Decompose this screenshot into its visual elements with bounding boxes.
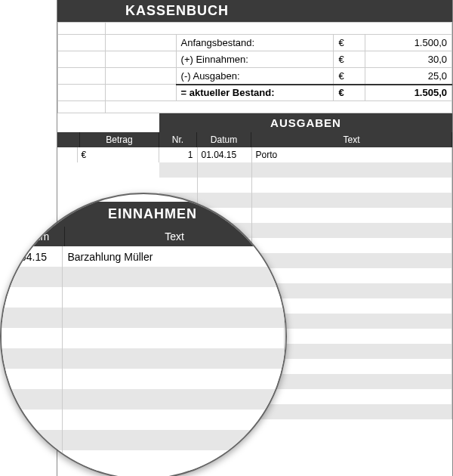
cell-nr[interactable]: 1	[159, 147, 197, 162]
summary-value: 30,0	[365, 51, 452, 68]
cell-text[interactable]: Barzahlung Müller	[62, 246, 285, 267]
ausgaben-left-grid: €	[57, 147, 159, 162]
col-datum: Datum	[197, 132, 251, 147]
summary-table: Anfangsbestand: € 1.500,0 (+) Einnahmen:…	[57, 22, 452, 113]
summary-label: = aktueller Bestand:	[176, 85, 334, 101]
summary-value: 1.505,0	[365, 85, 452, 101]
magnifier-lens: EINNAHMEN Datum Text 1 01.04.15 Barzahlu…	[0, 193, 287, 476]
cell-datum[interactable]: 01.04.15	[197, 147, 251, 162]
summary-currency: €	[334, 68, 365, 85]
summary-value: 1.500,0	[365, 35, 452, 51]
cell-datum[interactable]: 01.04.15	[0, 246, 62, 267]
col-datum: Datum	[3, 227, 65, 246]
summary-label: (+) Einnahmen:	[176, 51, 334, 68]
ausgaben-header: AUSGABEN	[159, 113, 452, 132]
cell-text[interactable]: Porto	[251, 147, 452, 162]
summary-label: (-) Ausgaben:	[176, 68, 334, 85]
col-nr: Nr.	[159, 132, 197, 147]
col-text: Text	[251, 132, 452, 147]
cell-currency[interactable]: €	[77, 147, 159, 162]
summary-label: Anfangsbestand:	[176, 35, 334, 51]
summary-currency: €	[334, 51, 365, 68]
einnahmen-grid: 1 01.04.15 Barzahlung Müller € 2 3 4 5 6…	[0, 246, 287, 471]
page-title: KASSENBUCH	[57, 0, 452, 22]
summary-currency: €	[334, 35, 365, 51]
summary-value: 25,0	[365, 68, 452, 85]
summary-currency: €	[334, 85, 365, 101]
col-betrag: Betrag	[80, 132, 159, 147]
